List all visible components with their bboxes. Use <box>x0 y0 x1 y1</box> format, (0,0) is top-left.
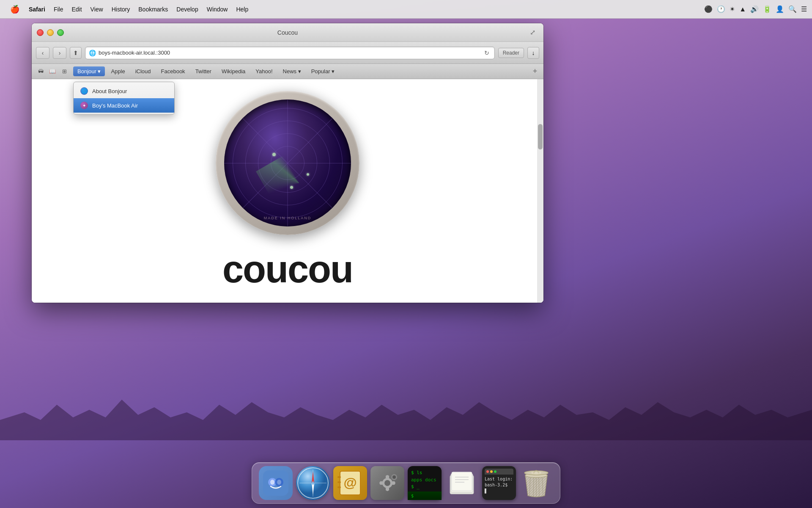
user-icon[interactable]: 👤 <box>776 5 784 13</box>
toolbar: ‹ › ⬆ 🌐 boys-macbook-air.local.:3000 ↻ R… <box>32 42 543 64</box>
bookmarks-apple[interactable]: Apple <box>107 66 129 76</box>
bookmarks-popular[interactable]: Popular ▾ <box>307 66 339 76</box>
macbook-air-label: Boy's MacBook Air <box>92 102 138 109</box>
topsite-icon[interactable]: ⊞ <box>59 66 70 77</box>
apple-menu[interactable]: 🍎 <box>5 3 25 16</box>
dock-terminal-black[interactable]: Last login: bash-3.2$ ▋ <box>482 466 516 500</box>
bluetooth-icon[interactable]: ✴ <box>730 5 735 13</box>
bookmark-icon-buttons: 🕶 📖 ⊞ <box>35 66 70 77</box>
scrollbar-thumb[interactable] <box>538 124 543 149</box>
menubar-view[interactable]: View <box>86 4 107 14</box>
add-bookmark-button[interactable]: + <box>530 66 540 77</box>
svg-text:@: @ <box>343 475 357 490</box>
title-bar: Coucou ⤢ <box>32 23 543 42</box>
bookmarks-yahoo[interactable]: Yahoo! <box>251 66 277 76</box>
window-title: Coucou <box>277 29 298 36</box>
bonjour-menu-wrapper: Bonjour ▾ 🌐 About Bonjour ✦ Boy's MacBoo… <box>73 66 105 76</box>
reader-button[interactable]: Reader <box>498 48 524 58</box>
dock-addressbook[interactable]: @ <box>333 466 367 500</box>
dock-finder[interactable] <box>259 466 293 500</box>
dock-trash[interactable] <box>519 466 553 500</box>
menubar-bookmarks[interactable]: Bookmarks <box>134 4 172 14</box>
wifi-status-icon[interactable]: ▲ <box>739 6 746 13</box>
about-bonjour-label: About Bonjour <box>92 88 127 94</box>
bookmarks-bonjour[interactable]: Bonjour ▾ <box>73 66 105 76</box>
menubar-history[interactable]: History <box>107 4 134 14</box>
back-button[interactable]: ‹ <box>36 47 49 59</box>
close-button[interactable] <box>37 29 44 36</box>
trash-icon <box>519 466 553 500</box>
address-text: boys-macbook-air.local.:3000 <box>99 50 483 56</box>
svg-point-42 <box>531 471 541 475</box>
bookmarks-icloud[interactable]: iCloud <box>131 66 155 76</box>
menubar-develop[interactable]: Develop <box>172 4 202 14</box>
menubar: 🍎 Safari File Edit View History Bookmark… <box>0 0 812 19</box>
bookmarks-wikipedia[interactable]: Wikipedia <box>217 66 250 76</box>
dropdown-macbook-air[interactable]: ✦ Boy's MacBook Air <box>74 98 174 113</box>
bookmarks-news[interactable]: News ▾ <box>279 66 305 76</box>
dropdown-about-bonjour[interactable]: 🌐 About Bonjour <box>74 84 174 98</box>
finder-icon <box>259 466 293 500</box>
dock-safari[interactable] <box>296 466 330 500</box>
globe-icon: 🌐 <box>89 50 96 56</box>
reading-list-icon[interactable]: 📖 <box>47 66 58 77</box>
addressbook-icon: @ <box>333 466 367 500</box>
menubar-edit[interactable]: Edit <box>67 4 86 14</box>
menubar-file[interactable]: File <box>49 4 68 14</box>
volume-icon[interactable]: 🔊 <box>750 5 759 13</box>
svg-point-4 <box>277 480 281 485</box>
dock-stack[interactable] <box>445 466 479 500</box>
svg-line-38 <box>539 475 539 497</box>
timemachine-icon[interactable]: 🕐 <box>717 5 725 13</box>
fullscreen-button[interactable]: ⤢ <box>530 28 538 37</box>
radar-image: MADE IN HOLLAND <box>216 91 359 235</box>
maximize-button[interactable] <box>57 29 64 36</box>
svg-line-36 <box>533 475 534 497</box>
address-bar[interactable]: 🌐 boys-macbook-air.local.:3000 ↻ <box>85 47 495 59</box>
sysprefs-icon <box>370 466 404 500</box>
terminal-green-icon: $ ls apps docs $ _ $ <box>408 466 442 500</box>
menubar-safari[interactable]: Safari <box>25 4 49 14</box>
bookmarks-twitter[interactable]: Twitter <box>191 66 216 76</box>
bonjour-dropdown-icon: ✦ <box>80 102 88 109</box>
share-button[interactable]: ⬆ <box>70 47 82 59</box>
bonjour-dropdown: 🌐 About Bonjour ✦ Boy's MacBook Air <box>73 82 175 115</box>
terminal-black-icon: Last login: bash-3.2$ ▋ <box>482 466 516 500</box>
svg-point-3 <box>270 480 274 485</box>
downloads-button[interactable]: ↓ <box>527 47 539 59</box>
app-title: coucou <box>222 248 353 291</box>
bookmarks-facebook[interactable]: Facebook <box>157 66 189 76</box>
bookmarks-bar: 🕶 📖 ⊞ Bonjour ▾ 🌐 About Bonjour ✦ Boy's … <box>32 64 543 79</box>
traffic-lights <box>37 29 64 36</box>
menubar-window[interactable]: Window <box>203 4 232 14</box>
svg-rect-31 <box>452 472 472 491</box>
dock-area: @ <box>0 440 812 508</box>
eyeglasses-icon[interactable]: 🕶 <box>35 66 46 77</box>
forward-button[interactable]: › <box>53 47 66 59</box>
menubar-help[interactable]: Help <box>232 4 252 14</box>
reload-button[interactable]: ↻ <box>483 49 491 57</box>
svg-point-28 <box>392 475 396 479</box>
battery-icon: 🔋 <box>763 5 771 13</box>
minimize-button[interactable] <box>47 29 54 36</box>
safari-window: Coucou ⤢ ‹ › ⬆ 🌐 boys-macbook-air.local.… <box>32 23 543 303</box>
notification-icon[interactable]: ☰ <box>801 5 807 13</box>
spotlight-icon[interactable]: 🔍 <box>788 5 797 13</box>
svg-point-18 <box>384 480 390 486</box>
dock-terminal-green[interactable]: $ ls apps docs $ _ $ <box>408 466 442 500</box>
background-trees <box>0 389 812 440</box>
dock: @ <box>252 462 560 504</box>
dock-sysprefs[interactable] <box>370 466 404 500</box>
scrollbar-track[interactable] <box>537 79 543 303</box>
radar-label: MADE IN HOLLAND <box>264 216 312 220</box>
safari-icon <box>296 466 330 500</box>
stack-icon <box>445 466 479 500</box>
globe-dropdown-icon: 🌐 <box>80 87 88 95</box>
wifi-icon: ⚫ <box>704 5 713 13</box>
